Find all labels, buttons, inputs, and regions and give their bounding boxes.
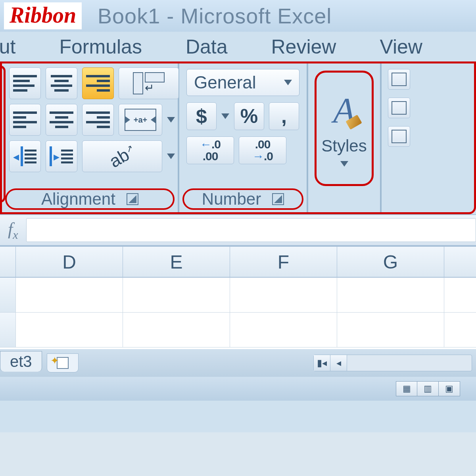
horizontal-scrollbar[interactable]: ▮◂ ◂ [313, 355, 472, 371]
alignment-group: ↵ +a+ ◂ ▸ ab↗ Alignment [2, 63, 178, 212]
scroll-left-icon[interactable]: ◂ [330, 355, 347, 371]
tab-review[interactable]: Review [271, 35, 336, 58]
styles-icon: A [333, 90, 355, 131]
chevron-down-icon [284, 80, 292, 85]
fx-icon[interactable]: fx [8, 219, 18, 242]
currency-button[interactable]: $ [186, 102, 217, 130]
window-title: Book1 - Microsoft Excel [98, 4, 332, 28]
align-middle-button[interactable] [46, 67, 77, 99]
align-center-button[interactable] [46, 104, 77, 136]
number-format-value: General [194, 73, 256, 92]
alignment-group-label: Alignment [5, 188, 175, 210]
status-bar: ▦ ▥ ▣ [0, 377, 476, 401]
align-top-button[interactable] [9, 67, 41, 99]
title-bar: Ribbon Book1 - Microsoft Excel [0, 0, 476, 32]
number-label-text: Number [202, 190, 261, 209]
merge-center-button[interactable]: +a+ [119, 104, 162, 136]
number-group: General $ % , ←.0.00 .00→.0 Number [178, 63, 307, 212]
currency-dropdown-icon[interactable] [221, 113, 229, 119]
comma-style-button[interactable]: , [269, 102, 299, 130]
number-format-dropdown[interactable]: General [186, 69, 299, 96]
format-cells-button[interactable] [388, 126, 410, 147]
wrap-text-button[interactable]: ↵ [119, 67, 179, 99]
number-launcher-icon[interactable] [272, 193, 284, 205]
corner[interactable] [0, 247, 16, 277]
styles-label-text: Styles [321, 136, 367, 155]
align-right-button[interactable] [82, 104, 114, 136]
new-sheet-button[interactable]: ✦ [47, 353, 79, 372]
styles-dropdown-icon [340, 161, 348, 167]
page-break-view-button[interactable]: ▣ [439, 381, 460, 396]
column-headers: D E F G [0, 247, 476, 278]
increase-indent-button[interactable]: ▸ [46, 140, 77, 172]
orientation-button[interactable]: ab↗ [82, 140, 162, 172]
sheet-tab[interactable]: et3 [0, 351, 42, 372]
align-left-button[interactable] [9, 104, 41, 136]
decrease-decimal-button[interactable]: .00→.0 [239, 136, 286, 164]
increase-decimal-button[interactable]: ←.0.00 [186, 136, 234, 164]
insert-cells-button[interactable] [388, 69, 410, 90]
cells-group-partial [381, 63, 413, 212]
number-group-label: Number [182, 188, 303, 210]
worksheet-grid[interactable]: D E F G [0, 246, 476, 349]
tab-view[interactable]: View [380, 35, 422, 58]
styles-button[interactable]: A Styles [315, 71, 374, 186]
sheet-tab-bar: et3 ✦ ▮◂ ◂ [0, 349, 476, 377]
alignment-launcher-icon[interactable] [127, 193, 138, 205]
ribbon: ↵ +a+ ◂ ▸ ab↗ Alignment [0, 63, 476, 214]
merge-dropdown-icon[interactable] [167, 117, 175, 123]
ribbon-annotation: Ribbon [4, 2, 82, 29]
orientation-dropdown-icon[interactable] [167, 154, 175, 159]
col-header-d[interactable]: D [16, 247, 123, 277]
percent-button[interactable]: % [234, 102, 264, 130]
grid-row[interactable] [0, 278, 476, 313]
col-header-e[interactable]: E [123, 247, 230, 277]
tab-page-layout[interactable]: out [0, 35, 16, 58]
normal-view-button[interactable]: ▦ [396, 381, 417, 396]
annotation-border [0, 65, 6, 203]
align-bottom-button[interactable] [82, 67, 114, 99]
styles-group: A Styles [307, 63, 381, 212]
tab-data[interactable]: Data [186, 35, 228, 58]
tab-formulas[interactable]: Formulas [60, 35, 142, 58]
decrease-indent-button[interactable]: ◂ [9, 140, 41, 172]
formula-bar: fx [0, 214, 476, 246]
alignment-label-text: Alignment [41, 190, 115, 209]
col-header-g[interactable]: G [337, 247, 444, 277]
grid-row[interactable] [0, 313, 476, 347]
ribbon-tabs: out Formulas Data Review View [0, 32, 476, 63]
page-layout-view-button[interactable]: ▥ [417, 381, 439, 396]
formula-input[interactable] [26, 218, 476, 242]
col-header-f[interactable]: F [230, 247, 337, 277]
scroll-end-left-icon[interactable]: ▮◂ [314, 355, 330, 371]
delete-cells-button[interactable] [388, 98, 410, 118]
